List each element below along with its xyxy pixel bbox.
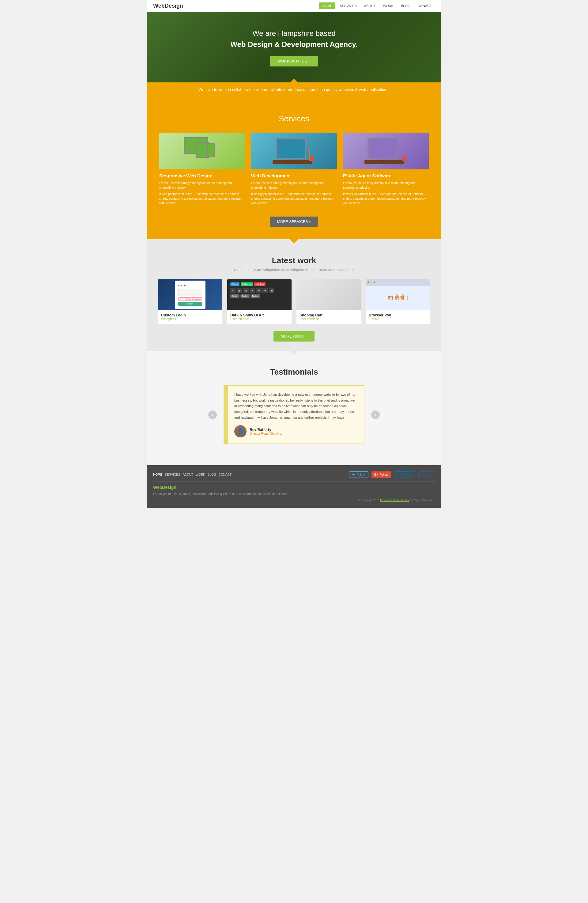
browser-content: आ ले ले ! xyxy=(366,285,430,310)
social-twitter-button[interactable]: 🐦 Follow xyxy=(349,471,368,478)
services-arrow-top xyxy=(147,97,441,105)
service-desc2-2: It was popularised in the 1960s with the… xyxy=(343,192,429,206)
work-card-1[interactable]: Follow Following Unfollow ⚙ ▦ ◉ ◀ ▶ ◀ ◼ … xyxy=(227,279,292,324)
ui-icon-row: ⚙ ▦ ◉ ◀ ▶ ◀ ◼ xyxy=(230,288,274,293)
footer-nav-services[interactable]: SERVICES xyxy=(165,473,180,476)
author-details: Bev Rafferty Director Roast Clothing. xyxy=(250,428,282,435)
twitter-icon: 🐦 xyxy=(352,473,355,476)
social-gplus-button[interactable]: G+ Follow xyxy=(371,471,391,478)
hero-content: We are Hampshire based Web Design & Deve… xyxy=(224,16,364,79)
more-services-button[interactable]: MORE SERVICES » xyxy=(270,217,318,227)
footer-nav-work[interactable]: WORK xyxy=(196,473,205,476)
logo-text: WebDesign xyxy=(153,3,183,9)
work-thumb-cart xyxy=(296,279,361,310)
webdev-desk xyxy=(272,160,312,164)
work-tag-3: Freebie xyxy=(369,317,427,321)
work-name-3: Browser Psd xyxy=(369,313,427,317)
service-image-estate xyxy=(343,133,429,169)
service-card-webdev: Web Development Lorem Ipsum is simply du… xyxy=(251,133,337,208)
footer-rights: All Rights Reserved. xyxy=(410,499,435,502)
webdev-monitor xyxy=(276,138,306,159)
estate-desk xyxy=(365,160,404,164)
work-info-3: Browser Psd Freebie xyxy=(366,310,430,324)
service-name-2: Estate Agent Software xyxy=(343,173,429,178)
footer-nav: HOME SERVICES ABOUT WORK BLOG CONACT xyxy=(153,473,231,476)
logo: WebDesign xyxy=(153,3,183,9)
tagline-text: We love to work in collaboration with ou… xyxy=(198,87,389,92)
work-tag-1: User Interface xyxy=(230,317,288,321)
work-name-2: Shoping Cart xyxy=(300,313,358,317)
social-linkedin-button[interactable]: in in Follow xyxy=(394,471,415,478)
footer-privacy-link[interactable]: Privacy & Cookie Policy xyxy=(380,499,409,502)
linkedin-icon: in xyxy=(397,473,399,476)
work-arrow-bottom xyxy=(147,351,441,355)
browser-close-dot xyxy=(368,282,369,283)
social-facebook-button[interactable]: f Follow xyxy=(418,471,435,478)
nav-services[interactable]: SERVICES xyxy=(336,2,360,9)
work-card-0[interactable]: Log In Log In Custom Login Wordpress xyxy=(158,279,222,324)
footer-nav-about[interactable]: ABOUT xyxy=(182,473,193,476)
work-title: Latest work xyxy=(153,256,435,265)
gplus-icon: G+ xyxy=(374,473,379,476)
header: WebDesign HOME SERVICES ABOUT WORK BLOG … xyxy=(147,0,441,12)
more-work-button[interactable]: MORE WORK » xyxy=(274,331,315,341)
work-name-0: Custom Login xyxy=(161,313,219,317)
ui-follow-row: Follow Following Unfollow xyxy=(230,282,266,286)
nav-blog[interactable]: BLOG xyxy=(398,2,413,9)
footer-copyright: © Copyright 2013 xyxy=(358,499,379,502)
browser-min-dot xyxy=(371,282,373,283)
nav-about[interactable]: ABOUT xyxy=(361,2,379,9)
work-info-2: Shoping Cart User Interface xyxy=(296,310,361,324)
estate-cup xyxy=(402,157,406,161)
work-card-3[interactable]: आ ले ले ! Browser Psd Freebie xyxy=(366,279,430,324)
estate-monitor xyxy=(368,138,398,159)
service-card-rwd: Responsive Web Design Lorem Ipsum is sim… xyxy=(159,133,245,208)
rwd-illustration xyxy=(181,136,223,166)
service-desc1-0: Lorem Ipsum is simply dummy text of the … xyxy=(159,181,245,190)
nav-contact[interactable]: CONACT xyxy=(415,2,435,9)
twitter-follow-label: Follow xyxy=(357,473,366,476)
work-card-2[interactable]: Shoping Cart User Interface xyxy=(296,279,361,324)
nav-home[interactable]: HOME xyxy=(319,2,335,9)
services-section: Services Responsive Web Design Lorem Ips… xyxy=(147,105,441,239)
linkedin-follow-label: in Follow xyxy=(401,473,412,476)
tagline-bar: We love to work in collaboration with ou… xyxy=(147,82,441,97)
testimonial-prev-button[interactable]: ‹ xyxy=(208,411,217,419)
work-name-1: Dark & Shiny UI Kit xyxy=(230,313,288,317)
cart-grid-illustration xyxy=(325,283,333,307)
footer-logo: WebDesign xyxy=(153,485,435,490)
browser-bar xyxy=(366,279,430,285)
author-role: Director Roast Clothing. xyxy=(250,432,282,435)
footer-nav-blog[interactable]: BLOG xyxy=(208,473,216,476)
footer-description: Lorem ipsum dolor sit amet, consectetur … xyxy=(153,492,435,496)
login-box-illustration: Log In Log In xyxy=(175,281,206,309)
service-name-1: Web Development xyxy=(251,173,337,178)
work-thumb-browser: आ ले ले ! xyxy=(366,279,430,310)
service-name-0: Responsive Web Design xyxy=(159,173,245,178)
testimonial-text: I have worked with Jonathan developing a… xyxy=(234,392,358,420)
webdev-cup xyxy=(310,157,314,161)
footer-nav-home[interactable]: HOME xyxy=(153,473,162,476)
testimonial-author: 👤 Bev Rafferty Director Roast Clothing. xyxy=(234,425,358,437)
ui-btn-row: Button Button Button xyxy=(230,294,260,298)
estate-illustration xyxy=(365,136,407,166)
nav-work[interactable]: WORK xyxy=(380,2,396,9)
testimonial-wrapper: ‹ I have worked with Jonathan developing… xyxy=(223,379,365,450)
testimonial-box: I have worked with Jonathan developing a… xyxy=(223,385,365,444)
service-card-estate: Estate Agent Software Lorem Ipsum is sim… xyxy=(343,133,429,208)
footer-nav-contact[interactable]: CONACT xyxy=(219,473,231,476)
hero-cta-button[interactable]: WORK WITH US » xyxy=(270,56,318,66)
facebook-icon: f xyxy=(421,473,422,476)
service-desc2-1: It was popularised in the 1960s with the… xyxy=(251,192,337,206)
work-tag-0: Wordpress xyxy=(161,317,219,321)
rwd-phone xyxy=(207,143,215,157)
footer-top: HOME SERVICES ABOUT WORK BLOG CONACT 🐦 F… xyxy=(153,471,435,478)
work-thumb-login: Log In Log In xyxy=(158,279,222,310)
footer-bottom: © Copyright 2013 Privacy & Cookie Policy… xyxy=(153,499,435,502)
services-title: Services xyxy=(153,114,435,123)
main-nav: HOME SERVICES ABOUT WORK BLOG CONACT xyxy=(319,2,435,9)
footer-social: 🐦 Follow G+ Follow in in Follow f Follow xyxy=(349,471,435,478)
testimonial-next-button[interactable]: › xyxy=(371,411,380,419)
services-grid: Responsive Web Design Lorem Ipsum is sim… xyxy=(153,133,435,208)
work-grid: Log In Log In Custom Login Wordpress Fol… xyxy=(153,279,435,324)
